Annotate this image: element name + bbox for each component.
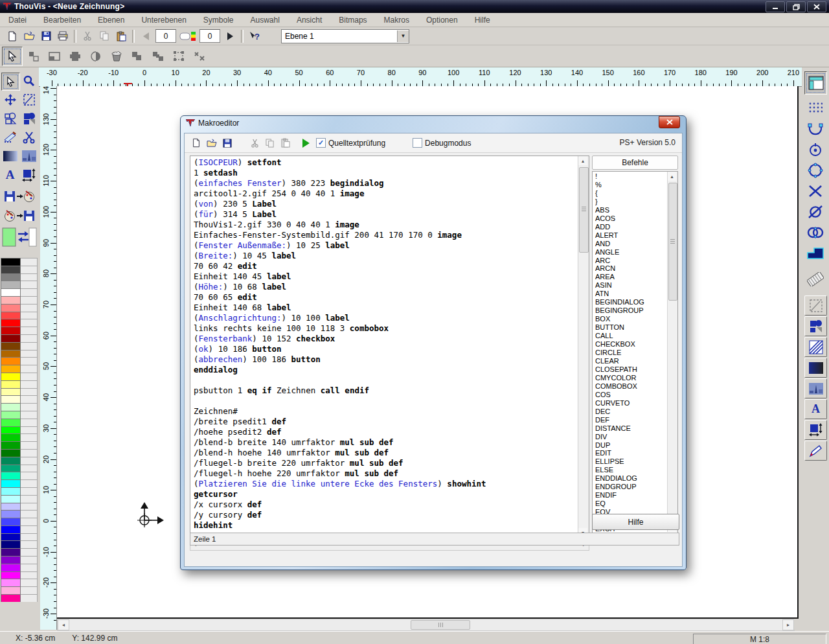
tool-cross[interactable]	[804, 181, 826, 200]
send-backward-button[interactable]	[148, 47, 168, 65]
context-help-button[interactable]: ?	[246, 29, 263, 43]
color-swatch[interactable]	[1, 296, 21, 304]
tool-circle-points[interactable]	[804, 161, 826, 179]
group-objects-button[interactable]	[24, 47, 43, 65]
color-slot[interactable]	[21, 388, 38, 396]
macro-cut-button[interactable]	[247, 136, 262, 150]
menu-item-makros[interactable]: Makros	[376, 16, 418, 25]
tool-linked-circles[interactable]	[804, 223, 826, 242]
overlap-rect-button[interactable]	[45, 47, 64, 65]
save-button[interactable]	[38, 29, 54, 43]
befehle-item[interactable]: EDIT	[593, 449, 677, 457]
quelltext-checkbox[interactable]: ✓ Quelltextprüfung	[316, 138, 385, 148]
befehle-item[interactable]: ALERT	[593, 231, 677, 240]
tool-shapes-filled-right[interactable]	[804, 316, 827, 336]
hilfe-button[interactable]: Hilfe	[592, 514, 679, 530]
tool-gradient[interactable]	[1, 148, 19, 165]
tool-image[interactable]	[20, 148, 38, 165]
color-swatch[interactable]	[1, 258, 21, 266]
color-slot[interactable]	[21, 373, 38, 380]
color-slot[interactable]	[21, 487, 38, 495]
chevron-down-icon[interactable]: ▼	[397, 30, 409, 42]
color-slot[interactable]	[21, 556, 38, 564]
color-swatch[interactable]	[1, 433, 21, 441]
tool-hatched-square[interactable]	[804, 337, 827, 357]
color-slot[interactable]	[21, 296, 38, 304]
menu-item-bitmaps[interactable]: Bitmaps	[330, 16, 375, 25]
layer-number-left[interactable]: 0	[155, 29, 176, 43]
color-slot[interactable]	[21, 441, 38, 449]
color-slot[interactable]	[21, 365, 38, 373]
tool-zoom[interactable]	[20, 73, 38, 89]
color-slot[interactable]	[21, 426, 38, 434]
menu-item-ansicht[interactable]: Ansicht	[288, 16, 330, 25]
color-slot[interactable]	[21, 510, 38, 518]
tool-select[interactable]	[1, 73, 20, 91]
color-slot[interactable]	[21, 334, 38, 342]
befehle-item[interactable]: %	[593, 181, 677, 189]
color-swatch[interactable]	[1, 518, 21, 525]
scatter-points-button[interactable]	[190, 47, 209, 65]
layer-number-right[interactable]: 0	[199, 29, 220, 43]
macro-code-editor[interactable]: (ISOCPEUR) setfont1 setdash(einfaches Fe…	[190, 155, 589, 539]
befehle-item[interactable]: ATN	[593, 290, 677, 298]
color-swatch[interactable]	[1, 319, 21, 327]
befehle-item[interactable]: EQ	[593, 500, 677, 508]
dialog-close-button[interactable]	[659, 116, 680, 128]
color-swatch[interactable]	[1, 533, 21, 541]
color-swatch[interactable]	[1, 479, 21, 487]
color-swatch[interactable]	[1, 403, 21, 411]
color-slot[interactable]	[21, 548, 38, 556]
color-swatch[interactable]	[1, 579, 21, 586]
paste-button[interactable]	[113, 29, 130, 43]
macro-source-code[interactable]: (ISOCPEUR) setfont1 setdash(einfaches Fe…	[194, 157, 577, 539]
checkbox-unchecked-icon[interactable]	[413, 138, 422, 148]
befehle-item[interactable]: DIV	[593, 433, 677, 441]
macro-save-button[interactable]	[220, 136, 235, 150]
color-swatch[interactable]	[1, 411, 21, 419]
color-swatch[interactable]	[1, 540, 21, 548]
color-swatch[interactable]	[1, 594, 21, 602]
color-slot[interactable]	[21, 342, 38, 350]
color-swatch[interactable]	[1, 380, 21, 388]
close-button[interactable]	[807, 1, 826, 12]
befehle-item[interactable]: ACOS	[593, 214, 677, 223]
color-swatch[interactable]	[1, 288, 21, 296]
menu-item-datei[interactable]: Datei	[0, 16, 35, 25]
color-swatch[interactable]	[1, 419, 21, 426]
bring-forward-button[interactable]	[128, 47, 147, 65]
color-slot[interactable]	[21, 350, 38, 358]
tool-filled-step[interactable]	[804, 244, 826, 262]
scroll-left-icon[interactable]: ◂	[58, 619, 69, 630]
printer-gray-button[interactable]	[65, 47, 85, 65]
color-slot[interactable]	[21, 586, 38, 594]
color-swatch[interactable]	[1, 395, 21, 403]
swap-colors-button[interactable]	[1, 228, 38, 246]
tool-circle-center[interactable]	[804, 140, 826, 159]
color-swatch[interactable]	[1, 312, 21, 319]
tool-shapes-outline[interactable]	[1, 110, 19, 127]
hscroll-thumb[interactable]	[411, 620, 470, 630]
tool-image-right[interactable]	[804, 378, 827, 398]
color-swatch[interactable]	[1, 365, 21, 373]
tool-text[interactable]: A	[1, 167, 19, 183]
befehle-item[interactable]: ARCN	[593, 264, 677, 273]
befehle-item[interactable]: ABS	[593, 206, 677, 214]
dialog-title-bar[interactable]: Makroeditor	[186, 119, 239, 128]
tool-text-right[interactable]: A	[804, 399, 827, 419]
befehle-item[interactable]: DUP	[593, 441, 677, 450]
color-swatch[interactable]	[1, 304, 21, 312]
color-swatch[interactable]	[1, 449, 21, 457]
befehle-item[interactable]: ELLIPSE	[593, 457, 677, 466]
color-swatch[interactable]	[1, 571, 21, 579]
checkbox-checked-icon[interactable]: ✓	[316, 138, 326, 148]
color-slot[interactable]	[21, 465, 38, 472]
color-swatch[interactable]	[1, 273, 21, 281]
befehle-item[interactable]: !	[593, 172, 677, 181]
tool-arc[interactable]	[804, 119, 826, 138]
befehle-item[interactable]: AREA	[593, 273, 677, 281]
color-swatch[interactable]	[1, 266, 21, 273]
color-slot[interactable]	[21, 518, 38, 525]
befehle-item[interactable]: BOX	[593, 315, 677, 323]
color-swatch[interactable]	[1, 586, 21, 594]
